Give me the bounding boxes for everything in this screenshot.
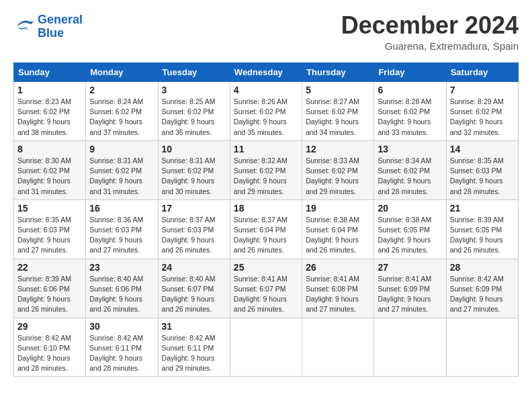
weekday-header-friday: Friday (374, 63, 446, 82)
weekday-header-thursday: Thursday (302, 63, 374, 82)
day-cell: 12Sunrise: 8:33 AMSunset: 6:02 PMDayligh… (302, 140, 374, 199)
logo-text: General Blue (38, 13, 83, 40)
day-number: 19 (306, 203, 370, 214)
day-number: 25 (234, 262, 298, 273)
day-info: Sunrise: 8:42 AMSunset: 6:11 PMDaylight:… (162, 333, 226, 374)
logo: General Blue (13, 13, 83, 40)
day-number: 3 (162, 85, 226, 95)
day-cell (230, 318, 302, 377)
day-number: 2 (89, 85, 154, 95)
day-cell: 15Sunrise: 8:35 AMSunset: 6:03 PMDayligh… (14, 199, 86, 259)
day-info: Sunrise: 8:40 AMSunset: 6:07 PMDaylight:… (162, 274, 226, 315)
day-info: Sunrise: 8:41 AMSunset: 6:08 PMDaylight:… (306, 274, 370, 315)
day-cell: 23Sunrise: 8:40 AMSunset: 6:06 PMDayligh… (86, 259, 158, 318)
day-number: 11 (234, 144, 298, 154)
week-row-5: 29Sunrise: 8:42 AMSunset: 6:10 PMDayligh… (14, 318, 519, 377)
title-block: December 2024 Guarena, Extremadura, Spai… (341, 13, 519, 52)
day-number: 20 (378, 203, 442, 214)
day-number: 6 (378, 85, 442, 95)
day-number: 22 (17, 262, 82, 273)
day-info: Sunrise: 8:42 AMSunset: 6:10 PMDaylight:… (17, 333, 82, 374)
day-cell: 29Sunrise: 8:42 AMSunset: 6:10 PMDayligh… (14, 318, 86, 377)
weekday-header-tuesday: Tuesday (158, 63, 230, 82)
day-number: 17 (162, 203, 226, 214)
day-cell: 7Sunrise: 8:29 AMSunset: 6:02 PMDaylight… (446, 82, 518, 141)
day-cell: 21Sunrise: 8:39 AMSunset: 6:05 PMDayligh… (446, 199, 518, 259)
day-info: Sunrise: 8:24 AMSunset: 6:02 PMDaylight:… (89, 97, 154, 138)
day-info: Sunrise: 8:33 AMSunset: 6:02 PMDaylight:… (306, 156, 370, 197)
weekday-header-row: SundayMondayTuesdayWednesdayThursdayFrid… (14, 63, 519, 82)
month-title: December 2024 (341, 13, 519, 38)
day-cell: 27Sunrise: 8:41 AMSunset: 6:09 PMDayligh… (374, 259, 446, 318)
calendar-table: SundayMondayTuesdayWednesdayThursdayFrid… (13, 62, 519, 377)
logo-line1: General (38, 13, 83, 26)
logo-bird-icon (13, 17, 35, 36)
day-number: 13 (378, 144, 442, 154)
day-info: Sunrise: 8:32 AMSunset: 6:02 PMDaylight:… (234, 156, 298, 197)
day-info: Sunrise: 8:39 AMSunset: 6:06 PMDaylight:… (17, 274, 82, 315)
day-info: Sunrise: 8:40 AMSunset: 6:06 PMDaylight:… (89, 274, 154, 315)
day-cell: 4Sunrise: 8:26 AMSunset: 6:02 PMDaylight… (230, 82, 302, 141)
day-cell: 5Sunrise: 8:27 AMSunset: 6:02 PMDaylight… (302, 82, 374, 141)
day-cell: 3Sunrise: 8:25 AMSunset: 6:02 PMDaylight… (158, 82, 230, 141)
day-info: Sunrise: 8:27 AMSunset: 6:02 PMDaylight:… (306, 97, 370, 138)
day-number: 10 (162, 144, 226, 154)
day-info: Sunrise: 8:31 AMSunset: 6:02 PMDaylight:… (89, 156, 154, 197)
day-info: Sunrise: 8:26 AMSunset: 6:02 PMDaylight:… (234, 97, 298, 138)
day-number: 9 (89, 144, 154, 154)
day-number: 30 (89, 321, 154, 332)
day-info: Sunrise: 8:37 AMSunset: 6:04 PMDaylight:… (234, 215, 298, 256)
logo-line2: Blue (38, 26, 64, 40)
day-number: 26 (306, 262, 370, 273)
day-info: Sunrise: 8:36 AMSunset: 6:03 PMDaylight:… (89, 215, 154, 256)
day-cell (446, 318, 518, 377)
day-number: 15 (17, 203, 82, 214)
day-number: 14 (450, 144, 515, 154)
week-row-4: 22Sunrise: 8:39 AMSunset: 6:06 PMDayligh… (14, 259, 519, 318)
day-cell: 8Sunrise: 8:30 AMSunset: 6:02 PMDaylight… (14, 140, 86, 199)
day-info: Sunrise: 8:23 AMSunset: 6:02 PMDaylight:… (17, 97, 82, 138)
week-row-2: 8Sunrise: 8:30 AMSunset: 6:02 PMDaylight… (14, 140, 519, 199)
day-cell: 16Sunrise: 8:36 AMSunset: 6:03 PMDayligh… (86, 199, 158, 259)
day-cell (302, 318, 374, 377)
day-cell (374, 318, 446, 377)
day-cell: 25Sunrise: 8:41 AMSunset: 6:07 PMDayligh… (230, 259, 302, 318)
day-number: 1 (17, 85, 82, 95)
day-number: 8 (17, 144, 82, 154)
day-info: Sunrise: 8:29 AMSunset: 6:02 PMDaylight:… (450, 97, 515, 138)
day-info: Sunrise: 8:38 AMSunset: 6:05 PMDaylight:… (378, 215, 442, 256)
day-number: 27 (378, 262, 442, 273)
day-cell: 28Sunrise: 8:42 AMSunset: 6:09 PMDayligh… (446, 259, 518, 318)
day-cell: 20Sunrise: 8:38 AMSunset: 6:05 PMDayligh… (374, 199, 446, 259)
day-cell: 30Sunrise: 8:42 AMSunset: 6:11 PMDayligh… (86, 318, 158, 377)
day-info: Sunrise: 8:38 AMSunset: 6:04 PMDaylight:… (306, 215, 370, 256)
day-info: Sunrise: 8:35 AMSunset: 6:03 PMDaylight:… (450, 156, 515, 197)
day-cell: 31Sunrise: 8:42 AMSunset: 6:11 PMDayligh… (158, 318, 230, 377)
day-cell: 26Sunrise: 8:41 AMSunset: 6:08 PMDayligh… (302, 259, 374, 318)
day-info: Sunrise: 8:37 AMSunset: 6:03 PMDaylight:… (162, 215, 226, 256)
week-row-3: 15Sunrise: 8:35 AMSunset: 6:03 PMDayligh… (14, 199, 519, 259)
day-cell: 9Sunrise: 8:31 AMSunset: 6:02 PMDaylight… (86, 140, 158, 199)
weekday-header-saturday: Saturday (446, 63, 518, 82)
day-cell: 11Sunrise: 8:32 AMSunset: 6:02 PMDayligh… (230, 140, 302, 199)
day-info: Sunrise: 8:28 AMSunset: 6:02 PMDaylight:… (378, 97, 442, 138)
day-info: Sunrise: 8:42 AMSunset: 6:11 PMDaylight:… (89, 333, 154, 374)
day-cell: 18Sunrise: 8:37 AMSunset: 6:04 PMDayligh… (230, 199, 302, 259)
day-number: 23 (89, 262, 154, 273)
day-cell: 24Sunrise: 8:40 AMSunset: 6:07 PMDayligh… (158, 259, 230, 318)
location-text: Guarena, Extremadura, Spain (341, 40, 519, 52)
weekday-header-sunday: Sunday (14, 63, 86, 82)
day-number: 29 (17, 321, 82, 332)
day-number: 21 (450, 203, 515, 214)
page-header: General Blue December 2024 Guarena, Extr… (13, 13, 519, 52)
day-number: 18 (234, 203, 298, 214)
day-cell: 13Sunrise: 8:34 AMSunset: 6:02 PMDayligh… (374, 140, 446, 199)
day-info: Sunrise: 8:30 AMSunset: 6:02 PMDaylight:… (17, 156, 82, 197)
day-info: Sunrise: 8:41 AMSunset: 6:07 PMDaylight:… (234, 274, 298, 315)
day-cell: 17Sunrise: 8:37 AMSunset: 6:03 PMDayligh… (158, 199, 230, 259)
day-cell: 22Sunrise: 8:39 AMSunset: 6:06 PMDayligh… (14, 259, 86, 318)
day-info: Sunrise: 8:35 AMSunset: 6:03 PMDaylight:… (17, 215, 82, 256)
day-info: Sunrise: 8:39 AMSunset: 6:05 PMDaylight:… (450, 215, 515, 256)
day-cell: 1Sunrise: 8:23 AMSunset: 6:02 PMDaylight… (14, 82, 86, 141)
weekday-header-wednesday: Wednesday (230, 63, 302, 82)
